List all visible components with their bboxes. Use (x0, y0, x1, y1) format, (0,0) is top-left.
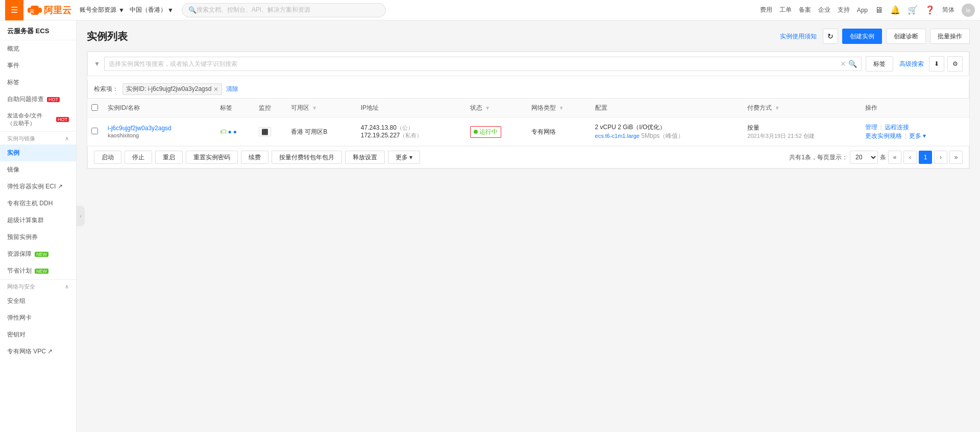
tag-search-button[interactable]: 标签 (866, 56, 893, 71)
account-dropdown-icon: ▼ (118, 7, 125, 14)
btn-release-settings[interactable]: 释放设置 (345, 151, 385, 164)
instance-id-link[interactable]: i-j6c9ujgf2jw0a3y2agsd (108, 125, 172, 132)
sidebar-item-security-group[interactable]: 安全组 (0, 293, 76, 309)
nav-ticket[interactable]: 工单 (779, 6, 792, 14)
refresh-button[interactable]: ↻ (823, 29, 838, 44)
account-selector[interactable]: 账号全部资源 ▼ (80, 6, 125, 14)
nav-enterprise[interactable]: 企业 (818, 6, 830, 14)
help-icon[interactable]: ❓ (925, 5, 935, 15)
create-diagnosis-button[interactable]: 创建诊断 (886, 29, 926, 44)
nav-lang[interactable]: 简体 (942, 6, 954, 14)
btn-stop[interactable]: 停止 (125, 151, 152, 164)
row-checkbox[interactable] (91, 128, 98, 134)
sidebar-section-instances[interactable]: 实例与镜像 ∧ (0, 131, 76, 145)
tag-icon[interactable]: 🏷 (220, 128, 226, 135)
instance-usage-link[interactable]: 实例使用须知 (778, 32, 819, 41)
settings-button[interactable]: ⚙ (947, 56, 963, 71)
monitor-dot-icon: ● (228, 128, 231, 135)
col-monitor: 监控 (255, 99, 287, 118)
nav-record[interactable]: 备案 (799, 6, 811, 14)
sidebar-collapse-btn[interactable]: ‹ (77, 206, 85, 226)
instance-table: 实例ID/名称 标签 监控 可用区 ▼ IP地址 状态 ▼ 网络类型 ▼ (87, 99, 969, 146)
screen-icon[interactable]: 🖥 (875, 6, 883, 15)
instance-name: kaoshixitong (108, 132, 139, 138)
global-search-icon: 🔍 (188, 6, 197, 14)
action-more-link[interactable]: 更多 ▾ (909, 132, 926, 139)
sidebar-item-events[interactable]: 事件 (0, 57, 76, 74)
action-change-spec-link[interactable]: 更改实例规格 (865, 132, 902, 139)
page-size-select[interactable]: 20 50 100 (850, 151, 878, 164)
sidebar-item-tags[interactable]: 标签 (0, 74, 76, 91)
sidebar-item-keypair[interactable]: 密钥对 (0, 326, 76, 343)
sidebar-item-resource-guarantee[interactable]: 资源保障 NEW (0, 246, 76, 262)
cart-icon[interactable]: 🛒 (908, 5, 918, 15)
menu-icon: ☰ (11, 5, 18, 15)
monitor-badge[interactable]: ⬛ (259, 127, 271, 136)
page-next-next-btn[interactable]: » (949, 151, 963, 164)
network-sort-icon: ▼ (559, 105, 564, 111)
region-selector[interactable]: 中国（香港） ▼ (130, 6, 174, 14)
cell-monitor: ⬛ (255, 118, 287, 146)
cell-tag: 🏷 ● ● (216, 118, 255, 146)
filter-arrow-icon: ▼ (94, 60, 100, 67)
sidebar-item-reserved[interactable]: 预留实例券 (0, 229, 76, 246)
btn-more[interactable]: 更多 ▾ (388, 151, 420, 164)
sidebar-item-instances[interactable]: 实例 (0, 145, 76, 161)
action-remote-connect-link[interactable]: 远程连接 (885, 124, 909, 131)
col-payment: 付费方式 ▼ (743, 99, 861, 118)
col-instance-id: 实例ID/名称 (104, 99, 216, 118)
filter-tag-close[interactable]: ✕ (213, 86, 218, 93)
sidebar-title: 云服务器 ECS (0, 20, 76, 40)
search-clear-icon[interactable]: ✕ (840, 60, 846, 68)
bell-icon[interactable]: 🔔 (890, 5, 900, 15)
config-spec-link[interactable]: ecs.t6-c1m1.large (595, 133, 640, 139)
btn-renew[interactable]: 续费 (241, 151, 268, 164)
sidebar-item-supercompute[interactable]: 超级计算集群 (0, 212, 76, 229)
sidebar-item-cloud-assistant[interactable]: 发送命令/文件（云助手） HOT (0, 108, 76, 131)
col-action: 操作 (861, 99, 969, 118)
topnav: ☰ 云 阿里云 账号全部资源 ▼ 中国（香港） ▼ 🔍 搜索文档、控制台、API… (0, 0, 980, 20)
create-instance-button[interactable]: 创建实例 (842, 29, 882, 44)
page-prev-prev-btn[interactable]: « (888, 151, 901, 164)
search-submit-icon[interactable]: 🔍 (848, 60, 857, 68)
page-next-btn[interactable]: › (934, 151, 947, 164)
config-spec: 2 vCPU 2 GiB（I/O优化） (595, 123, 740, 132)
sidebar-section-network[interactable]: 网络与安全 ∧ (0, 279, 76, 293)
page-prev-btn[interactable]: ‹ (903, 151, 917, 164)
logo[interactable]: 云 阿里云 (28, 4, 71, 16)
sidebar-item-ddh[interactable]: 专有宿主机 DDH (0, 195, 76, 212)
sidebar-item-images[interactable]: 镜像 (0, 161, 76, 178)
hot-badge-2: HOT (56, 117, 69, 122)
sidebar-item-troubleshoot[interactable]: 自助问题排查 HOT (0, 91, 76, 108)
search-input-wrap[interactable]: 选择实例属性项搜索，或者输入关键字识别搜索 ✕ 🔍 (104, 57, 862, 71)
advanced-search-link[interactable]: 高级搜索 (897, 60, 926, 68)
col-network: 网络类型 ▼ (527, 99, 591, 118)
nav-app[interactable]: App (857, 7, 868, 14)
sidebar-item-overview[interactable]: 概览 (0, 40, 76, 57)
sidebar-item-eci[interactable]: 弹性容器实例 ECI ↗ (0, 178, 76, 195)
btn-start[interactable]: 启动 (94, 151, 121, 164)
bottom-toolbar: 启动 停止 重启 重置实例密码 续费 按量付费转包年包月 释放设置 更多 ▾ 共… (87, 146, 969, 169)
filter-clear-button[interactable]: 清除 (226, 85, 238, 93)
page-title: 实例列表 (87, 30, 128, 43)
ip-public: 47.243.13.80（公） (361, 124, 462, 132)
menu-button[interactable]: ☰ (5, 0, 23, 20)
user-avatar[interactable]: Ie (962, 4, 975, 17)
select-all-checkbox[interactable] (91, 104, 98, 111)
sidebar-item-savings-plan[interactable]: 节省计划 NEW (0, 262, 76, 279)
batch-operation-button[interactable]: 批量操作 (930, 29, 970, 44)
download-button[interactable]: ⬇ (929, 56, 944, 71)
btn-restart[interactable]: 重启 (155, 151, 183, 164)
global-search[interactable]: 🔍 搜索文档、控制台、API、解决方案和资源 (182, 3, 386, 17)
btn-convert-payment[interactable]: 按量付费转包年包月 (272, 151, 342, 164)
nav-cost[interactable]: 费用 (760, 6, 772, 14)
btn-reset-password[interactable]: 重置实例密码 (186, 151, 238, 164)
sidebar-item-vpc[interactable]: 专有网络 VPC ↗ (0, 343, 76, 360)
filter-label: 检索项： (94, 85, 118, 93)
action-manage-link[interactable]: 管理 (865, 124, 877, 131)
payment-type: 按量 (747, 124, 857, 132)
nav-support[interactable]: 支持 (838, 6, 850, 14)
sidebar-item-eni[interactable]: 弹性网卡 (0, 309, 76, 326)
hot-badge: HOT (47, 97, 60, 102)
page-1-btn[interactable]: 1 (919, 151, 932, 164)
